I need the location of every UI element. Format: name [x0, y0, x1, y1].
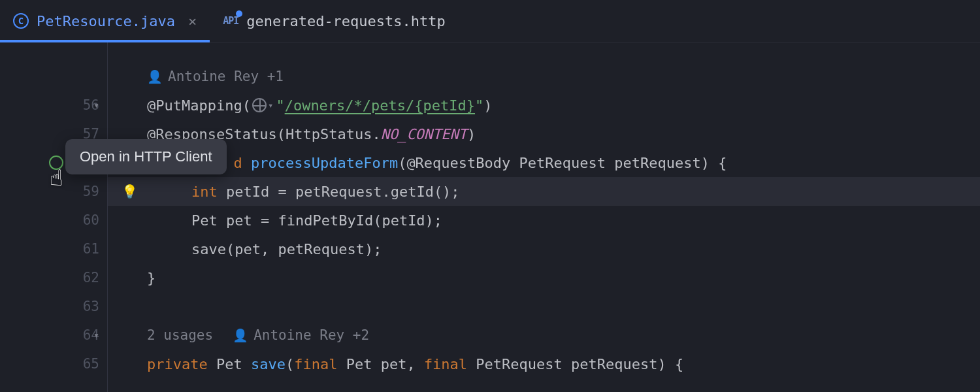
- code-line-61[interactable]: save(pet, petRequest);: [108, 235, 980, 263]
- author-hint[interactable]: 👤 Antoine Rey +2: [233, 327, 369, 343]
- gutter-line-64[interactable]: 64 ▾: [0, 321, 107, 350]
- code-line-57[interactable]: @ResponseStatus(HttpStatus.NO_CONTENT): [108, 120, 980, 148]
- code-area[interactable]: 👤 Antoine Rey +1 @PutMapping(▾"/owners/*…: [108, 42, 980, 392]
- globe-icon[interactable]: [252, 98, 267, 112]
- gutter-line-62[interactable]: 62: [0, 263, 107, 292]
- author-hint[interactable]: 👤 Antoine Rey +1: [147, 69, 284, 84]
- fold-arrow-icon[interactable]: ▾: [93, 99, 99, 111]
- tab-label: generated-requests.http: [246, 13, 446, 29]
- gutter: -- 56 ▾ 57 58 59 60 61 62 63 64 ▾ 65: [0, 42, 108, 392]
- chevron-down-icon[interactable]: ▾: [268, 100, 273, 110]
- tab-label: PetResource.java: [37, 13, 175, 29]
- code-line-63[interactable]: [108, 292, 980, 321]
- tab-bar: C PetResource.java × API generated-reque…: [0, 0, 980, 42]
- close-icon[interactable]: ×: [188, 13, 197, 29]
- usages-hint[interactable]: 2 usages: [147, 327, 213, 343]
- user-icon: 👤: [147, 69, 163, 84]
- code-line-59[interactable]: 💡 int petId = petRequest.getId();: [108, 177, 980, 206]
- gutter-tooltip: Open in HTTP Client: [65, 139, 227, 174]
- tab-petresource[interactable]: C PetResource.java ×: [0, 0, 210, 42]
- java-class-icon: C: [13, 13, 29, 29]
- code-line-60[interactable]: Pet pet = findPetById(petId);: [108, 206, 980, 235]
- gutter-line-61[interactable]: 61: [0, 235, 107, 263]
- gutter-line-65[interactable]: 65: [0, 350, 107, 378]
- gutter-line-60[interactable]: 60: [0, 206, 107, 235]
- tab-generated-requests[interactable]: API generated-requests.http: [210, 0, 459, 42]
- code-line-64[interactable]: private Pet save(final Pet pet, final Pe…: [108, 350, 980, 378]
- intention-bulb-icon[interactable]: 💡: [122, 184, 138, 199]
- user-icon: 👤: [233, 328, 248, 343]
- code-line-58[interactable]: public void processUpdateForm(@RequestBo…: [108, 148, 980, 177]
- gutter-line-63[interactable]: 63: [0, 292, 107, 321]
- pointer-cursor-icon: ☝: [50, 165, 63, 191]
- api-file-icon: API: [223, 13, 238, 29]
- code-line-56[interactable]: @PutMapping(▾"/owners/*/pets/{petId}"): [108, 91, 980, 120]
- editor-pane: -- 56 ▾ 57 58 59 60 61 62 63 64 ▾ 65 👤 A…: [0, 42, 980, 392]
- gutter-line-56[interactable]: 56 ▾: [0, 91, 107, 120]
- fold-arrow-icon[interactable]: ▾: [93, 329, 99, 341]
- code-line-62[interactable]: }: [108, 263, 980, 292]
